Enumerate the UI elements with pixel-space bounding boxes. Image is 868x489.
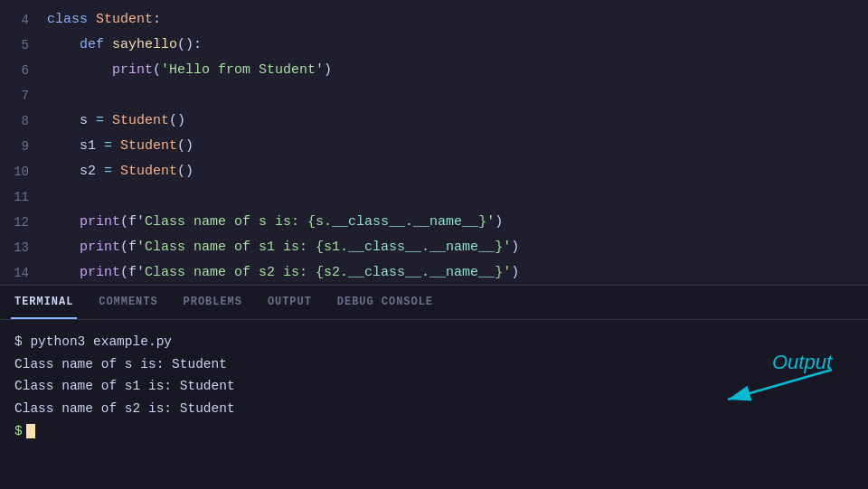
line-number: 4: [0, 7, 47, 33]
line-number: 14: [0, 260, 47, 285]
code-lines: 4class Student:5 def sayhello():6 print(…: [0, 0, 868, 285]
tab-terminal[interactable]: TERMINAL: [11, 286, 77, 319]
code-line: 7: [0, 83, 868, 108]
tab-comments[interactable]: COMMENTS: [95, 286, 161, 319]
terminal-content[interactable]: $ python3 example.py Class name of s is:…: [0, 320, 868, 489]
code-line: 5 def sayhello():: [0, 33, 868, 58]
tabs-bar: TERMINALCOMMENTSPROBLEMSOUTPUTDEBUG CONS…: [0, 286, 868, 320]
terminal-output-line: Class name of s1 is: Student: [14, 375, 854, 398]
tab-debug-console[interactable]: DEBUG CONSOLE: [334, 286, 437, 319]
line-content: class Student:: [47, 7, 161, 33]
line-number: 5: [0, 33, 47, 58]
line-number: 10: [0, 159, 47, 184]
terminal-output-line: Class name of s is: Student: [14, 353, 854, 376]
line-number: 11: [0, 184, 47, 210]
line-number: 7: [0, 83, 47, 108]
line-content: print(f'Class name of s is: {s.__class__…: [47, 210, 503, 235]
bottom-panel: TERMINALCOMMENTSPROBLEMSOUTPUTDEBUG CONS…: [0, 285, 868, 489]
line-number: 6: [0, 58, 47, 83]
line-number: 12: [0, 210, 47, 235]
line-content: print('Hello from Student'): [47, 58, 332, 83]
line-content: s2 = Student(): [47, 159, 193, 184]
line-content: print(f'Class name of s1 is: {s1.__class…: [47, 235, 519, 260]
code-line: 6 print('Hello from Student'): [0, 58, 868, 83]
code-line: 14 print(f'Class name of s2 is: {s2.__cl…: [0, 260, 868, 285]
code-line: 13 print(f'Class name of s1 is: {s1.__cl…: [0, 235, 868, 260]
line-content: print(f'Class name of s2 is: {s2.__class…: [47, 260, 519, 285]
code-line: 12 print(f'Class name of s is: {s.__clas…: [0, 210, 868, 235]
code-editor: 4class Student:5 def sayhello():6 print(…: [0, 0, 868, 285]
code-line: 10 s2 = Student(): [0, 159, 868, 184]
line-number: 9: [0, 134, 47, 159]
line-content: s = Student(): [47, 108, 185, 134]
terminal-prompt-line: $: [14, 420, 854, 443]
code-line: 9 s1 = Student(): [0, 134, 868, 159]
terminal-command: $ python3 example.py: [14, 331, 854, 353]
line-content: s1 = Student(): [47, 134, 193, 159]
line-content: def sayhello():: [47, 33, 202, 58]
terminal-cursor: [26, 424, 35, 438]
code-line: 11: [0, 184, 868, 210]
line-number: 13: [0, 235, 47, 260]
terminal-output-line: Class name of s2 is: Student: [14, 398, 854, 420]
code-line: 8 s = Student(): [0, 108, 868, 134]
tab-output[interactable]: OUTPUT: [264, 286, 316, 319]
line-number: 8: [0, 108, 47, 134]
tab-problems[interactable]: PROBLEMS: [180, 286, 246, 319]
code-line: 4class Student:: [0, 7, 868, 33]
